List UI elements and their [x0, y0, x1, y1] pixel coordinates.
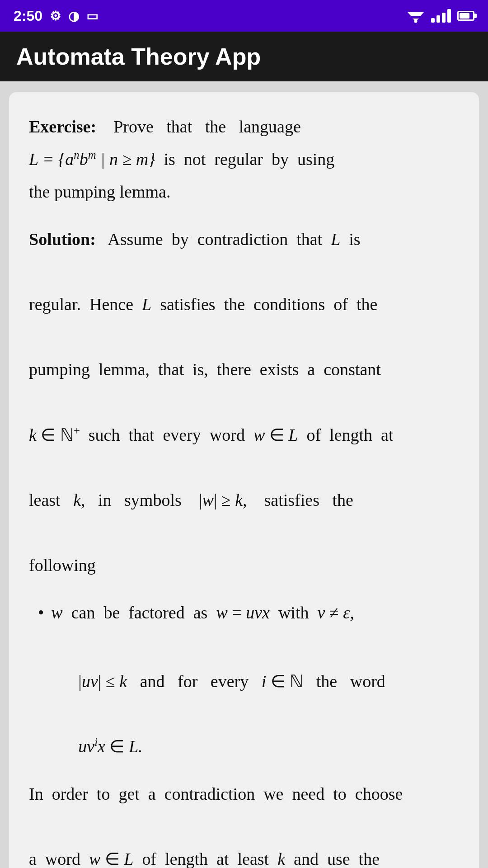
app-title: Automata Theory App	[16, 43, 261, 70]
shield-icon: ◑	[68, 9, 79, 24]
solution-block: Solution: Assume by contradiction that L…	[29, 223, 459, 582]
bullet-indent-1: |uv| ≤ k and for every i ∈ ℕ the word uv…	[78, 665, 385, 763]
exercise-label: Exercise:	[29, 117, 96, 136]
solution-label: Solution:	[29, 230, 96, 249]
settings-icon: ⚙	[50, 9, 61, 24]
status-bar: 2:50 ⚙ ◑ ▭	[0, 0, 488, 32]
sim-icon: ▭	[86, 9, 98, 24]
exercise-block: Exercise: Prove that the language L = {a…	[29, 110, 459, 208]
battery-icon	[457, 11, 474, 21]
bullet-dot-1: •	[38, 596, 44, 629]
status-right	[407, 9, 474, 23]
wifi-icon	[407, 9, 425, 23]
main-content: Exercise: Prove that the language L = {a…	[0, 81, 488, 868]
app-header: Automata Theory App	[0, 32, 488, 81]
bullet-content-1: w can be factored as w = uvx with v ≠ ε,…	[51, 596, 385, 763]
clock: 2:50	[14, 8, 42, 24]
signal-bars	[431, 9, 451, 23]
bullet-line-1: • w can be factored as w = uvx with v ≠ …	[38, 596, 459, 763]
closing-paragraph: In order to get a contradiction we need …	[29, 778, 459, 868]
content-card: Exercise: Prove that the language L = {a…	[9, 92, 479, 868]
bullet-block-1: • w can be factored as w = uvx with v ≠ …	[38, 596, 459, 763]
formula1: L = {anbm | n ≥ m}	[29, 150, 155, 169]
svg-point-3	[414, 20, 418, 23]
status-left: 2:50 ⚙ ◑ ▭	[14, 8, 98, 24]
